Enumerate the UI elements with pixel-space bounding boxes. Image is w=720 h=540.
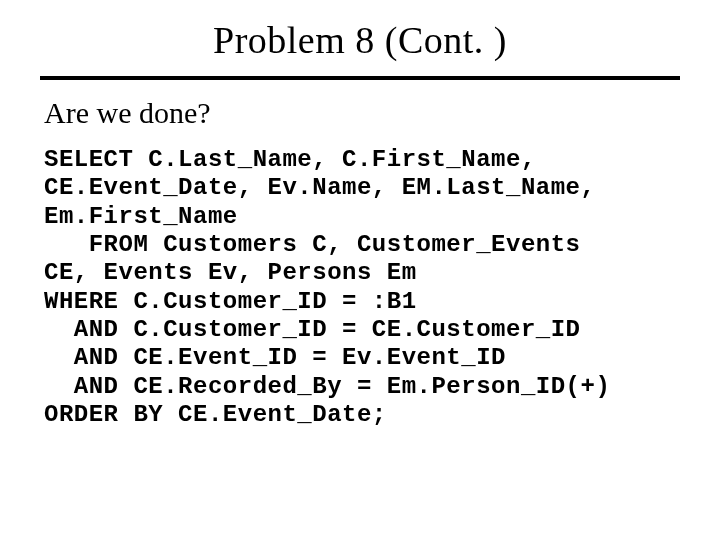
sql-code-block: SELECT C.Last_Name, C.First_Name, CE.Eve… — [44, 146, 680, 429]
title-divider — [40, 76, 680, 80]
question-text: Are we done? — [44, 96, 680, 130]
slide-title: Problem 8 (Cont. ) — [40, 18, 680, 62]
slide: Problem 8 (Cont. ) Are we done? SELECT C… — [0, 0, 720, 540]
